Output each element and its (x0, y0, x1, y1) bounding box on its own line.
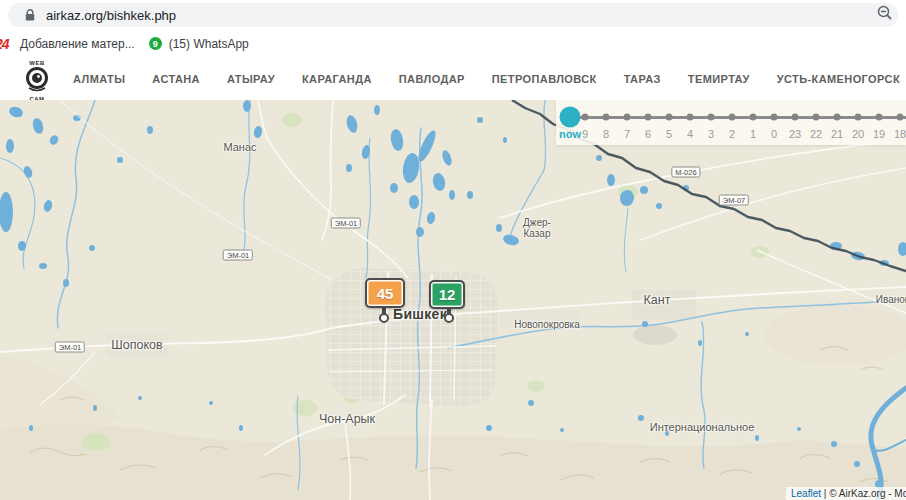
slider-tick-label[interactable]: 1 (750, 128, 756, 140)
air-quality-map[interactable]: now9876543210232221201918 Leaflet | © Ai… (0, 100, 906, 500)
road-shield: ЭМ-01 (223, 250, 253, 261)
slider-tick-dot[interactable] (792, 114, 799, 121)
slider-label-now[interactable]: now (559, 128, 581, 140)
aqi-marker[interactable]: 45 (365, 278, 405, 308)
nav-city-link[interactable]: ТЕМИРТАУ (688, 73, 750, 85)
road-shield: ЭМ-01 (331, 218, 361, 229)
nav-city-link[interactable]: ТАРАЗ (624, 73, 661, 85)
place-label: Интернациональное (650, 422, 755, 434)
nav-city-link[interactable]: ПАВЛОДАР (399, 73, 465, 85)
place-label: Джер-Казар (523, 218, 551, 239)
slider-tick-label[interactable]: 2 (729, 128, 735, 140)
whatsapp-badge-icon: 9 (149, 37, 162, 50)
lock-icon[interactable] (24, 9, 36, 22)
place-label: Чон-Арык (319, 413, 375, 426)
webcam-logo[interactable]: WEB CAM (20, 60, 54, 98)
time-slider[interactable]: now9876543210232221201918 (556, 100, 906, 145)
bookmark-label: Добавление матер... (20, 37, 135, 51)
slider-tick-dot[interactable] (708, 114, 715, 121)
zoom-out-icon[interactable] (876, 4, 894, 26)
slider-tick-label[interactable]: 22 (810, 128, 822, 140)
slider-tick-label[interactable]: 9 (582, 128, 588, 140)
url-text[interactable]: airkaz.org/bishkek.php (46, 8, 176, 23)
slider-tick-label[interactable]: 21 (831, 128, 843, 140)
slider-tick-label[interactable]: 0 (771, 128, 777, 140)
address-bar[interactable]: airkaz.org/bishkek.php (8, 3, 898, 27)
nav-city-link[interactable]: УСТЬ-КАМЕНОГОРСК (777, 73, 900, 85)
bookmark-item[interactable]: 9(15) WhatsApp (143, 37, 249, 51)
slider-tick-dot[interactable] (834, 114, 841, 121)
road-shield: ЭМ-07 (719, 195, 749, 206)
leaflet-link[interactable]: Leaflet (791, 488, 821, 499)
place-label: Новопокровка (514, 320, 580, 331)
slider-handle-now[interactable] (560, 107, 581, 128)
slider-tick-dot[interactable] (750, 114, 757, 121)
slider-tick-label[interactable]: 8 (603, 128, 609, 140)
slider-tick-dot[interactable] (813, 114, 820, 121)
road-shield: М-026 (671, 167, 700, 178)
nav-city-link[interactable]: АТЫРАУ (227, 73, 275, 85)
slider-tick-dot[interactable] (666, 114, 673, 121)
slider-tick-dot[interactable] (876, 114, 883, 121)
nav-city-link[interactable]: АСТАНА (152, 73, 200, 85)
nav-city-link[interactable]: КАРАГАНДА (302, 73, 372, 85)
slider-tick-dot[interactable] (582, 114, 589, 121)
bookmarks-bar: 24Добавление матер...9(15) WhatsApp (0, 30, 906, 58)
slider-tick-label[interactable]: 20 (852, 128, 864, 140)
site-header: WEB CAM АЛМАТЫАСТАНААТЫРАУКАРАГАНДАПАВЛО… (0, 57, 906, 100)
slider-tick-label[interactable]: 23 (789, 128, 801, 140)
slider-tick-dot[interactable] (855, 114, 862, 121)
site-24-icon: 24 (0, 36, 13, 52)
city-nav: АЛМАТЫАСТАНААТЫРАУКАРАГАНДАПАВЛОДАРПЕТРО… (73, 57, 900, 100)
road-shield: ЭМ-01 (55, 342, 85, 353)
slider-tick-label[interactable]: 18 (894, 128, 906, 140)
slider-tick-dot[interactable] (687, 114, 694, 121)
slider-tick-label[interactable]: 4 (687, 128, 693, 140)
slider-tick-dot[interactable] (771, 114, 778, 121)
place-label: Шопоков (111, 339, 162, 352)
slider-tick-dot[interactable] (645, 114, 652, 121)
place-label: Манас (223, 142, 256, 154)
nav-city-link[interactable]: ПЕТРОПАВЛОВСК (492, 73, 597, 85)
camera-lens-icon (24, 66, 50, 92)
attribution-text: | © AirKaz.org - Мони (821, 488, 906, 499)
nav-city-link[interactable]: АЛМАТЫ (73, 73, 125, 85)
slider-tick-label[interactable]: 5 (666, 128, 672, 140)
aqi-marker[interactable]: 12 (429, 280, 465, 309)
marker-pin-point (444, 313, 454, 323)
slider-tick-dot[interactable] (897, 114, 904, 121)
map-attribution: Leaflet | © AirKaz.org - Мони (786, 487, 906, 500)
slider-tick-label[interactable]: 7 (624, 128, 630, 140)
slider-tick-label[interactable]: 3 (708, 128, 714, 140)
slider-tick-label[interactable]: 19 (873, 128, 885, 140)
place-label: Иванов (876, 295, 906, 306)
browser-toolbar: airkaz.org/bishkek.php (0, 0, 906, 30)
marker-pin-point (379, 313, 389, 323)
slider-tick-label[interactable]: 6 (645, 128, 651, 140)
bookmark-label: (15) WhatsApp (169, 37, 249, 51)
place-label: Кант (644, 294, 671, 307)
slider-tick-dot[interactable] (603, 114, 610, 121)
slider-tick-dot[interactable] (729, 114, 736, 121)
bookmark-item[interactable]: 24Добавление матер... (0, 36, 135, 52)
slider-tick-dot[interactable] (624, 114, 631, 121)
